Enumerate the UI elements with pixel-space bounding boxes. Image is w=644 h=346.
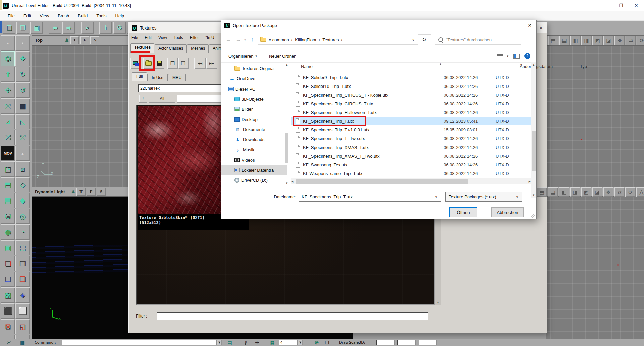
nav-back-icon[interactable]: ← <box>226 37 231 43</box>
filename-input[interactable]: KF_Specimens_Trip_T.utx ∨ <box>299 192 441 202</box>
palette-tool-14[interactable]: MOV <box>1 146 15 161</box>
file-row-8[interactable]: KF_Specimens_Trip_XMAS_T.utx06.08.2022 1… <box>291 143 531 152</box>
grid-size-value[interactable]: 4 <box>279 340 298 345</box>
address-chevron-icon[interactable]: ∨ <box>412 38 414 42</box>
command-input[interactable] <box>62 340 217 345</box>
open-button[interactable]: Öffnen <box>449 207 477 217</box>
undo-icon[interactable]: ⇦ <box>49 22 61 34</box>
rotation-grid-icon[interactable]: ⊕ <box>312 339 321 346</box>
viewmode-icon-4[interactable]: ◩ <box>592 36 603 45</box>
viewmode-icon-2[interactable]: ◧ <box>559 187 569 197</box>
palette-tool-17[interactable]: ⧄ <box>15 161 30 177</box>
save-map-icon[interactable]: ▣ <box>30 22 43 34</box>
palette-tool-34[interactable]: ⬛ <box>1 303 15 319</box>
palette-tool-11[interactable]: ◺ <box>15 114 30 129</box>
search-actors-icon[interactable]: ⌕ <box>81 22 94 34</box>
fullscreen-f-button-2[interactable]: F <box>87 188 96 196</box>
viewmode-icon-6[interactable]: ❖ <box>603 187 613 197</box>
menu-help[interactable]: Help <box>111 11 129 20</box>
search-box[interactable]: "Textures" durchsuchen <box>435 35 521 45</box>
cut-icon[interactable]: ✂ <box>4 339 14 346</box>
list-scroll-up-icon[interactable]: ▲ <box>532 62 535 67</box>
breadcrumb-killingfloor[interactable]: KillingFloor <box>295 37 316 42</box>
filename-chevron-icon[interactable]: ∨ <box>435 195 437 199</box>
palette-tool-24[interactable]: ◍ <box>1 224 15 240</box>
palette-tool-0[interactable]: ▴ <box>1 35 15 51</box>
column-type[interactable]: Typ <box>580 64 587 69</box>
all-groups-button[interactable]: All <box>149 95 175 103</box>
viewmode-icon-0[interactable]: ⬒ <box>537 187 547 197</box>
viewmode-icon-2[interactable]: ◧ <box>570 36 581 45</box>
vertex-snap-icon[interactable]: ✛ <box>252 339 262 346</box>
realtime-t-button[interactable]: T <box>70 36 79 44</box>
browser-subtab-in-use[interactable]: In Use <box>147 74 168 81</box>
viewmode-icon-8[interactable]: ⟳ <box>625 187 636 197</box>
browser-subtab-full[interactable]: Full <box>132 72 147 81</box>
sidebar-item-lokaler-datentr-[interactable]: Lokaler Datenträ <box>221 165 287 175</box>
file-row-9[interactable]: KF_Specimens_Trip_XMAS_T_Two.utx06.08.20… <box>291 152 531 160</box>
file-row-11[interactable]: Kf_Weapons_camo_Trip_T.utx06.08.2022 14:… <box>291 169 531 178</box>
sidebar-item-3d-objekte[interactable]: 3D-Objekte <box>221 94 287 104</box>
palette-tool-27[interactable]: ⬚ <box>15 240 30 255</box>
viewmode-icon-5[interactable]: ◪ <box>603 36 614 45</box>
viewmode-icon-3[interactable]: ◨ <box>570 187 580 197</box>
sidebar-scroll-down-icon[interactable]: ▼ <box>285 181 288 186</box>
drawscale-z-input[interactable] <box>419 340 437 345</box>
browser-tab-actor-classes[interactable]: Actor Classes <box>155 44 187 53</box>
open-map-icon[interactable]: ❐ <box>16 22 29 34</box>
sidebar-item-drivercd-d-[interactable]: DriverCD (D:) <box>221 175 287 185</box>
view-list-icon[interactable] <box>497 54 503 58</box>
list-scroll-left-icon[interactable]: ◀ <box>291 179 293 184</box>
palette-tool-19[interactable]: ◇ <box>15 177 30 192</box>
file-row-0[interactable]: KF_Solider9_Trip_T.utx06.08.2022 14:26UT… <box>291 73 531 82</box>
log-window-icon[interactable]: ▤ <box>225 339 234 346</box>
viewmode-icon-5[interactable]: ◪ <box>592 187 602 197</box>
nav-up-icon[interactable]: ↑ <box>251 37 254 43</box>
sidebar-item-onedrive[interactable]: ☁OneDrive <box>221 74 287 83</box>
palette-tool-28[interactable]: ❏ <box>1 256 15 271</box>
sidebar-item-dokumente[interactable]: 🗎Dokumente <box>221 125 287 134</box>
properties-icon[interactable]: ❒ <box>167 58 178 69</box>
palette-tool-31[interactable]: ❒ <box>15 272 30 287</box>
palette-tool-36[interactable]: ⊠ <box>1 319 15 334</box>
palette-tool-13[interactable]: ⤱ <box>15 130 30 145</box>
scroll-down-icon[interactable]: ▼ <box>437 300 439 305</box>
palette-tool-35[interactable]: ⬜ <box>15 303 30 319</box>
file-row-10[interactable]: KF_Swansong_Tex.utx06.08.2022 14:26UTX-D <box>291 160 531 169</box>
file-row-1[interactable]: KF_Solider10_Trip_T.utx06.08.2022 14:26U… <box>291 82 531 91</box>
palette-tool-15[interactable]: ▴ <box>15 146 30 161</box>
palette-tool-21[interactable]: ◆ <box>15 193 30 208</box>
palette-tool-25[interactable]: ◔ <box>15 224 30 240</box>
save-package-icon[interactable] <box>154 58 164 69</box>
palette-tool-26[interactable]: ▣ <box>1 240 15 255</box>
browser-tab-meshes[interactable]: Meshes <box>187 44 209 53</box>
close-button[interactable]: ✕ <box>629 0 644 11</box>
refresh-icon[interactable]: ↻ <box>418 34 431 45</box>
texture-filter-input[interactable] <box>157 312 428 320</box>
palette-tool-6[interactable]: ✣ <box>1 82 15 98</box>
drawscale-x-input[interactable] <box>376 340 395 345</box>
sidebar-item-bilder[interactable]: Bilder <box>221 104 287 114</box>
palette-tool-10[interactable]: ⊿ <box>1 114 15 129</box>
marquee-icon[interactable]: ▩ <box>17 339 28 346</box>
palette-tool-8[interactable]: ⤧ <box>1 98 15 114</box>
menu-build[interactable]: Build <box>73 11 92 20</box>
maximize-viewport-icon[interactable]: ❐ <box>323 339 331 346</box>
file-row-3[interactable]: KF_Specimens_Trip_CIRCUS_T.utx06.08.2022… <box>291 99 531 108</box>
browser-menu-tools[interactable]: Tools <box>174 34 187 42</box>
palette-tool-32[interactable]: ▩ <box>1 287 15 303</box>
palette-tool-1[interactable]: ▴ <box>15 35 30 51</box>
file-row-7[interactable]: KF_Specimens_Trip_T_Two.utx06.08.2022 14… <box>291 134 531 143</box>
palette-tool-37[interactable]: ◱ <box>15 319 30 334</box>
browser-subtab-mru[interactable]: MRU <box>168 74 186 81</box>
new-folder-button[interactable]: Neuer Ordner <box>269 54 296 59</box>
dialog-titlebar[interactable]: U Open Texture Package ✕ <box>221 20 536 31</box>
sidebar-scroll-up-icon[interactable]: ▲ <box>285 62 288 67</box>
palette-tool-33[interactable]: ◈ <box>15 287 30 303</box>
address-bar[interactable]: « common›KillingFloor›Textures› ∨ <box>258 35 418 45</box>
drawscale-y-input[interactable] <box>397 340 416 345</box>
command-dropdown-icon[interactable]: ▼ <box>217 340 222 345</box>
palette-tool-30[interactable]: ❏ <box>1 272 15 287</box>
palette-tool-12[interactable]: ⤮ <box>1 130 15 145</box>
redo-icon[interactable]: ⇨ <box>62 22 75 34</box>
